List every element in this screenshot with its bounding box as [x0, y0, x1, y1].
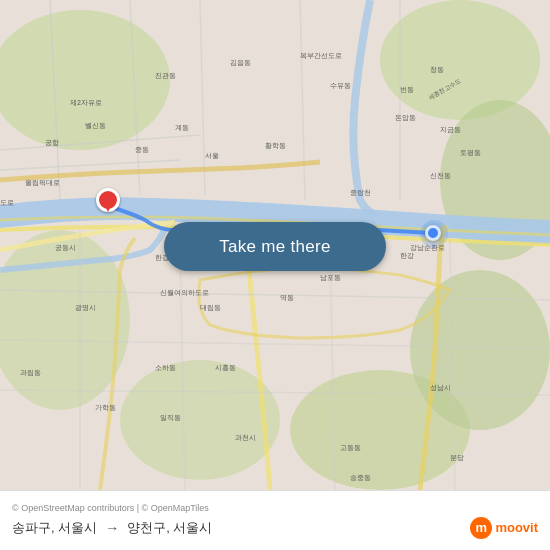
svg-text:가학동: 가학동 — [95, 404, 116, 412]
svg-text:중동: 중동 — [135, 146, 149, 153]
svg-text:분당: 분당 — [450, 454, 464, 461]
route-from: 송파구, 서울시 — [12, 519, 97, 537]
take-me-there-label: Take me there — [219, 237, 331, 257]
svg-text:송중동: 송중동 — [350, 474, 371, 481]
svg-text:서울: 서울 — [205, 152, 219, 159]
svg-text:진관동: 진관동 — [155, 72, 176, 79]
take-me-there-button[interactable]: Take me there — [164, 222, 386, 271]
svg-text:벨신동: 벨신동 — [85, 122, 106, 129]
svg-text:성남시: 성남시 — [430, 384, 451, 392]
svg-text:대림동: 대림동 — [200, 304, 221, 312]
moovit-name: moovit — [495, 520, 538, 535]
svg-text:황학동: 황학동 — [265, 142, 286, 150]
svg-text:공항: 공항 — [45, 139, 59, 147]
svg-text:복부간선도로: 복부간선도로 — [300, 52, 342, 60]
svg-text:한강: 한강 — [400, 252, 414, 259]
svg-text:창동: 창동 — [430, 66, 444, 73]
svg-text:도로: 도로 — [0, 199, 14, 206]
svg-text:시흥동: 시흥동 — [215, 364, 236, 372]
moovit-icon: m — [470, 517, 492, 539]
svg-text:신천동: 신천동 — [430, 172, 451, 179]
svg-text:수유동: 수유동 — [330, 82, 351, 89]
svg-text:남포동: 남포동 — [320, 274, 341, 282]
svg-text:돈암동: 돈암동 — [395, 114, 416, 122]
attribution-text: © OpenStreetMap contributors | © OpenMap… — [12, 503, 538, 513]
map-container: 올림픽대로 공항 공동시 광명시 과림동 가학동 소하동 일직동 시흥동 과천시… — [0, 0, 550, 490]
svg-text:번동: 번동 — [400, 86, 414, 93]
svg-text:고동동: 고동동 — [340, 444, 361, 451]
destination-pin — [98, 188, 118, 214]
svg-text:소하동: 소하동 — [155, 364, 176, 371]
route-arrow: → — [105, 520, 119, 536]
svg-text:올림픽대로: 올림픽대로 — [25, 179, 60, 187]
svg-text:공동시: 공동시 — [55, 244, 76, 252]
svg-text:지금동: 지금동 — [440, 126, 461, 134]
route-info: 송파구, 서울시 → 양천구, 서울시 m moovit — [12, 517, 538, 539]
svg-text:일직동: 일직동 — [160, 414, 181, 422]
svg-point-5 — [120, 360, 280, 480]
svg-text:제2자유로: 제2자유로 — [70, 99, 102, 106]
svg-text:광명시: 광명시 — [75, 304, 96, 312]
svg-text:토평동: 토평동 — [460, 149, 481, 156]
svg-text:과림동: 과림동 — [20, 369, 41, 377]
origin-dot — [425, 225, 441, 241]
svg-point-2 — [380, 0, 540, 120]
svg-text:역동: 역동 — [280, 294, 294, 302]
svg-text:김읍동: 김읍동 — [230, 59, 251, 67]
svg-text:과천시: 과천시 — [235, 434, 256, 441]
route-to: 양천구, 서울시 — [127, 519, 212, 537]
bottom-bar: © OpenStreetMap contributors | © OpenMap… — [0, 490, 550, 550]
moovit-logo: m moovit — [470, 517, 538, 539]
svg-text:신월여의하도로: 신월여의하도로 — [160, 289, 209, 296]
svg-text:중랑천: 중랑천 — [350, 189, 371, 196]
svg-text:계동: 계동 — [175, 124, 189, 131]
